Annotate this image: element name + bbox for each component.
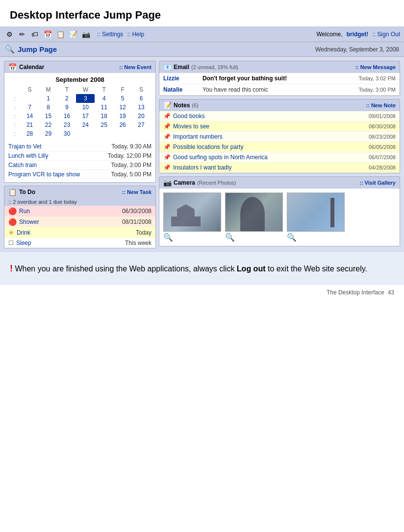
- cal-event-name-0[interactable]: Trajan to Vet: [8, 143, 42, 150]
- email-subject-0[interactable]: Don't forget your bathing suit!: [202, 75, 358, 82]
- todo-name-run[interactable]: Run: [19, 208, 30, 215]
- overdue-summary: :: 2 overdue and 1 due today: [8, 199, 77, 205]
- cal-day-1[interactable]: 1: [39, 94, 58, 103]
- cal-day-15[interactable]: 15: [39, 112, 58, 121]
- new-note-button[interactable]: :: New Note: [366, 102, 396, 108]
- cal-day-6[interactable]: 6: [132, 94, 151, 103]
- cal-day-4[interactable]: 4: [95, 94, 113, 103]
- note-name-5[interactable]: Insulators I want badly: [173, 164, 369, 171]
- camera-recent-label: (Recent Photos): [197, 180, 236, 186]
- cal-day-8[interactable]: 8: [39, 103, 58, 112]
- tag-icon: 🏷: [29, 29, 40, 40]
- zoom-icon-1[interactable]: 🔍: [225, 233, 235, 242]
- photo-0[interactable]: [163, 193, 221, 232]
- todo-name-drink[interactable]: Drink: [17, 229, 30, 236]
- photo-wrapper-0: 🔍: [163, 193, 221, 242]
- jumppage-bar: 🔍 Jump Page Wednesday, September 3, 2008: [0, 42, 404, 57]
- photo-1[interactable]: [225, 193, 283, 232]
- settings-link[interactable]: :: Settings: [97, 31, 123, 38]
- page-title: Desktop Interface Jump Page: [0, 0, 404, 27]
- email-time-1: Today, 3:00 PM: [358, 87, 396, 93]
- photo-wrapper-2: 🔍: [287, 193, 345, 242]
- signout-link[interactable]: :: Sign Out: [372, 31, 400, 38]
- cal-day-23[interactable]: 23: [57, 121, 76, 129]
- note-date-5: 04/28/2008: [369, 165, 396, 170]
- note-date-3: 06/05/2008: [369, 144, 396, 150]
- todo-name-sleep[interactable]: Sleep: [16, 240, 31, 246]
- note-row-1: 📌 Movies to see 08/30/2008: [159, 121, 400, 132]
- cal-event-time-2: Today, 3:00 PM: [111, 162, 152, 169]
- note-name-3[interactable]: Possible locations for party: [173, 144, 369, 150]
- cal-week-2: :: 7 8 9 10 11 12 13: [9, 103, 151, 112]
- cal-day-20[interactable]: 20: [132, 112, 151, 121]
- todo-overdue-bar: :: 2 overdue and 1 due today: [4, 198, 155, 206]
- calendar-body: September 2008 S M T W T F S: [4, 73, 155, 141]
- cal-day-9[interactable]: 9: [57, 103, 76, 112]
- todo-name-shower[interactable]: Shower: [19, 218, 39, 225]
- cal-day-24[interactable]: 24: [76, 121, 95, 129]
- cal-day-21[interactable]: 21: [21, 121, 39, 129]
- bottom-note: ! When you are finished using the Web ap…: [0, 252, 404, 285]
- email-row-0: Lizzie Don't forget your bathing suit! T…: [159, 73, 400, 84]
- cal-day-30[interactable]: 30: [57, 129, 76, 138]
- notes-count: (6): [192, 102, 198, 108]
- cal-day-12[interactable]: 12: [113, 103, 132, 112]
- cal-event-name-3[interactable]: Program VCR to tape show: [8, 171, 80, 178]
- cal-day-11[interactable]: 11: [95, 103, 113, 112]
- cal-day-14[interactable]: 14: [21, 112, 39, 121]
- cal-day-13[interactable]: 13: [132, 103, 151, 112]
- email-sender-1[interactable]: Natalie: [163, 86, 202, 93]
- help-link[interactable]: :: Help: [127, 31, 144, 38]
- new-event-button[interactable]: :: New Event: [119, 64, 152, 70]
- zoom-icon-0[interactable]: 🔍: [163, 233, 173, 242]
- cal-event-time-1: Today, 12:00 PM: [108, 152, 152, 159]
- note-icon-4: 📌: [163, 154, 171, 161]
- note-icon-3: 📌: [163, 144, 171, 150]
- cal-day-22[interactable]: 22: [39, 121, 58, 129]
- note-name-2[interactable]: Important numbers: [173, 133, 369, 140]
- cal-day-19[interactable]: 19: [113, 112, 132, 121]
- todo-date-shower: 08/31/2008: [122, 218, 152, 225]
- note-name-0[interactable]: Good books: [173, 113, 369, 120]
- email-row-1: Natalie You have read this comic Today, …: [159, 84, 400, 96]
- note-row-3: 📌 Possible locations for party 06/05/200…: [159, 142, 400, 152]
- cal-day-28[interactable]: 28: [21, 129, 39, 138]
- note-date-4: 06/07/2008: [369, 154, 396, 160]
- calendar-widget: 📅 Calendar :: New Event September 2008 S…: [4, 61, 156, 183]
- cal-day-27[interactable]: 27: [132, 121, 151, 129]
- new-message-button[interactable]: :: New Message: [355, 64, 396, 70]
- zoom-icon-2[interactable]: 🔍: [287, 233, 297, 242]
- cal-day-3[interactable]: 3: [76, 94, 95, 103]
- camera-title: Camera: [174, 179, 195, 186]
- cal-day-t2: T: [95, 85, 113, 94]
- visit-gallery-button[interactable]: :: Visit Gallery: [359, 180, 396, 186]
- cal-event-name-2[interactable]: Catch train: [8, 162, 37, 169]
- cal-day-16[interactable]: 16: [57, 112, 76, 121]
- cal-day-5[interactable]: 5: [113, 94, 132, 103]
- cal-event-name-1[interactable]: Lunch with Lilly: [8, 152, 48, 159]
- note-name-4[interactable]: Good surfing spots in North America: [173, 154, 369, 161]
- email-time-0: Today, 3:02 PM: [358, 75, 396, 81]
- notes-widget: 📝 Notes (6) :: New Note 📌 Good books 09/…: [159, 99, 400, 173]
- note-icon-0: 📌: [163, 113, 171, 120]
- cal-day-18[interactable]: 18: [95, 112, 113, 121]
- cal-dot: ::: [9, 121, 21, 129]
- todo-item-sleep: ☐ Sleep This week: [4, 238, 155, 248]
- welcome-user[interactable]: bridget!: [347, 31, 369, 38]
- cal-day-17[interactable]: 17: [76, 112, 95, 121]
- cal-day-10[interactable]: 10: [76, 103, 95, 112]
- calendar-icon: 📅: [42, 29, 53, 40]
- note-name-1[interactable]: Movies to see: [173, 123, 369, 130]
- camera-icon-widget: 📷: [163, 179, 172, 187]
- new-task-button[interactable]: :: New Task: [122, 189, 152, 195]
- cal-day-7[interactable]: 7: [21, 103, 39, 112]
- email-sender-0[interactable]: Lizzie: [163, 75, 202, 82]
- email-subject-1[interactable]: You have read this comic: [202, 86, 358, 93]
- cal-day-2[interactable]: 2: [57, 94, 76, 103]
- cal-day-25[interactable]: 25: [95, 121, 113, 129]
- calendar-header: 📅 Calendar :: New Event: [4, 61, 155, 73]
- cal-day-26[interactable]: 26: [113, 121, 132, 129]
- photo-2[interactable]: [287, 193, 345, 232]
- cal-day-29[interactable]: 29: [39, 129, 58, 138]
- notes-icon: 📋: [55, 29, 66, 40]
